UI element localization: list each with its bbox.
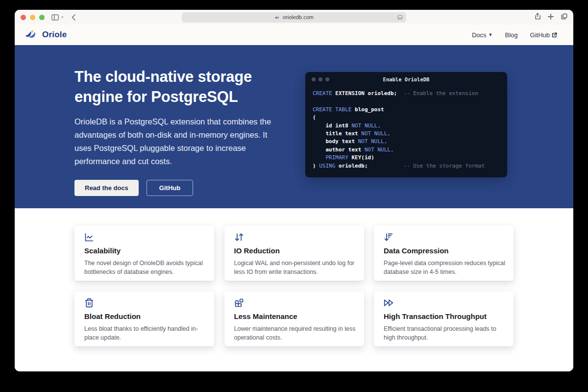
browser-window: ▾ orioledb.com <box>15 10 573 371</box>
feature-card: High Transaction Throughput Efficient tr… <box>374 292 514 346</box>
chart-line-icon <box>84 232 204 243</box>
feature-card: Less Maintenance Lower maintenance requi… <box>224 292 364 346</box>
feature-description: Efficient transactional processing leads… <box>384 324 506 342</box>
brand-name: Oriole <box>42 30 67 40</box>
back-button[interactable] <box>72 14 75 21</box>
code-line: PRIMARY KEY(id) <box>313 154 500 162</box>
hero-title: The cloud-native storage engine for Post… <box>74 67 290 107</box>
nav-docs[interactable]: Docs ▼ <box>472 31 493 39</box>
hero-description: OrioleDB is a PostgreSQL extension that … <box>74 115 284 168</box>
oriole-bird-icon <box>25 30 39 40</box>
code-line: body text NOT NULL, <box>313 138 500 146</box>
site-favicon-icon <box>274 15 280 20</box>
code-window: Enable OrioleDB CREATE EXTENSION orioled… <box>305 72 507 177</box>
code-window-title: Enable OrioleDB <box>305 76 507 82</box>
code-line: author text NOT NULL, <box>313 146 500 154</box>
feature-description: Page-level data compression reduces typi… <box>384 259 506 276</box>
features-section: Scalability The novel design of OrioleDB… <box>15 208 573 371</box>
code-line <box>313 98 500 105</box>
blocks-icon <box>234 298 354 308</box>
url-text: orioledb.com <box>283 14 314 20</box>
tabs-overview-icon[interactable] <box>561 13 567 22</box>
fast-forward-icon <box>384 298 504 308</box>
privacy-shield-icon[interactable] <box>397 15 403 20</box>
code-line: CREATE EXTENSION orioledb; -- Enable the… <box>313 90 500 98</box>
github-button[interactable]: GitHub <box>147 180 193 196</box>
share-icon[interactable] <box>535 13 540 22</box>
chevron-down-icon[interactable]: ▾ <box>61 15 64 20</box>
feature-description: Lower maintenance required resulting in … <box>234 324 357 342</box>
nav-links: Docs ▼ Blog GitHub <box>472 31 563 39</box>
features-grid: Scalability The novel design of OrioleDB… <box>74 208 514 346</box>
feature-description: The novel design of OrioleDB avoids typi… <box>84 259 207 276</box>
sidebar-toggle-icon[interactable]: ▾ <box>51 14 64 21</box>
chevron-down-icon: ▼ <box>489 32 493 37</box>
feature-title: Scalability <box>84 246 204 255</box>
code-line: id int8 NOT NULL, <box>313 122 500 130</box>
external-link-icon <box>552 32 557 38</box>
feature-card: Bloat Reduction Less bloat thanks to eff… <box>74 292 214 346</box>
feature-description: Logical WAL and non-persistent undo log … <box>234 259 357 276</box>
feature-card: IO Reduction Logical WAL and non-persist… <box>224 226 364 281</box>
feature-title: Data Compression <box>384 246 504 255</box>
feature-title: Bloat Reduction <box>84 312 204 320</box>
code-window-header: Enable OrioleDB <box>305 72 507 87</box>
zoom-button[interactable] <box>39 15 45 20</box>
feature-card: Scalability The novel design of OrioleDB… <box>74 226 214 281</box>
nav-blog[interactable]: Blog <box>505 31 518 39</box>
trash-icon <box>84 298 204 308</box>
feature-title: IO Reduction <box>234 246 354 255</box>
code-body: CREATE EXTENSION orioledb; -- Enable the… <box>305 87 507 173</box>
site-navbar: Oriole Docs ▼ Blog GitHub <box>15 24 573 45</box>
compress-lines-icon <box>384 232 504 243</box>
nav-github[interactable]: GitHub <box>530 31 557 39</box>
code-line: ( <box>313 114 500 122</box>
url-bar[interactable]: orioledb.com <box>182 12 406 23</box>
feature-title: High Transaction Throughput <box>384 312 504 320</box>
hero-section: The cloud-native storage engine for Post… <box>15 45 573 208</box>
traffic-lights <box>21 15 45 20</box>
browser-toolbar: ▾ orioledb.com <box>15 10 573 24</box>
code-line: ) USING orioledb; -- Use the storage for… <box>313 162 500 170</box>
feature-description: Less bloat thanks to efficiently handled… <box>84 324 207 342</box>
new-tab-plus-icon[interactable] <box>548 13 554 22</box>
feature-title: Less Maintenance <box>234 312 354 320</box>
feature-card: Data Compression Page-level data compres… <box>374 226 514 281</box>
minimize-button[interactable] <box>30 15 35 20</box>
code-line: title text NOT NULL, <box>313 130 500 138</box>
close-button[interactable] <box>21 15 26 20</box>
code-line: CREATE TABLE blog_post <box>313 106 500 114</box>
arrows-down-up-icon <box>234 232 354 243</box>
read-docs-button[interactable]: Read the docs <box>74 180 139 196</box>
brand-logo[interactable]: Oriole <box>25 30 67 40</box>
